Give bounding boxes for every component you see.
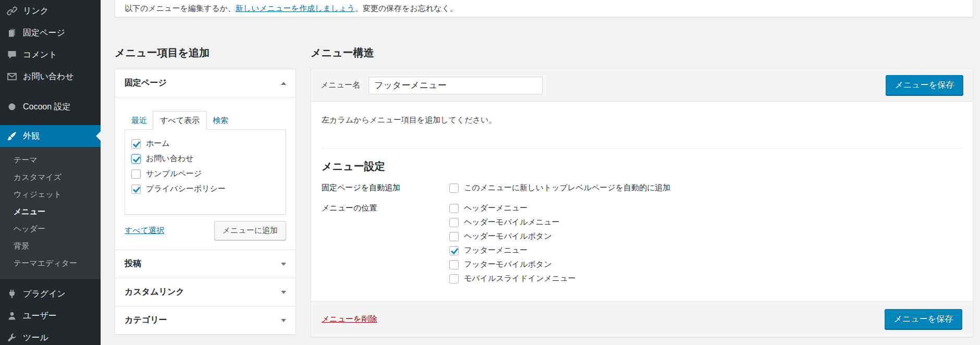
checkbox[interactable] bbox=[449, 246, 459, 255]
sidebar-item-label: 外観 bbox=[23, 131, 40, 142]
checkbox[interactable] bbox=[131, 184, 141, 194]
page-item-label: サンプルページ bbox=[146, 169, 202, 179]
checkbox[interactable] bbox=[449, 183, 459, 193]
add-menu-items-column: メニュー項目を追加 固定ページ 最近 すべて表示 検索 bbox=[115, 17, 296, 335]
menu-name-input[interactable] bbox=[369, 77, 543, 94]
sidebar-item-pages[interactable]: 固定ページ bbox=[0, 22, 101, 44]
submenu-item-header[interactable]: ヘッダー bbox=[0, 220, 101, 238]
menu-panel-content: 左カラムからメニュー項目を追加してください。 メニュー設定 固定ページを自動追加… bbox=[311, 102, 973, 301]
tab-view-all[interactable]: すべて表示 bbox=[153, 111, 207, 130]
save-menu-button-bottom[interactable]: メニューを保存 bbox=[885, 309, 963, 329]
sidebar-spacer bbox=[0, 88, 101, 96]
submenu-item-customize[interactable]: カスタマイズ bbox=[0, 169, 101, 186]
page-item-label: お問い合わせ bbox=[146, 154, 193, 164]
page-item-contact[interactable]: お問い合わせ bbox=[131, 151, 281, 166]
location-option-mobile-slide-in-menu[interactable]: モバイルスライドインメニュー bbox=[449, 272, 576, 286]
brush-icon bbox=[7, 131, 17, 141]
checkbox[interactable] bbox=[131, 139, 141, 149]
sidebar-item-cocoon-settings[interactable]: Cocoon 設定 bbox=[0, 96, 101, 118]
wrench-icon bbox=[7, 332, 17, 343]
edit-menu-notice: 以下のメニューを編集するか、新しいメニューを作成しましょう。変更の保存をお忘れな… bbox=[115, 0, 973, 17]
plugin-icon bbox=[7, 289, 17, 299]
page-item-home[interactable]: ホーム bbox=[131, 136, 281, 151]
sidebar-item-label: 固定ページ bbox=[23, 28, 65, 39]
page-item-label: ホーム bbox=[146, 139, 170, 149]
sidebar-item-appearance[interactable]: 外観 bbox=[0, 125, 101, 147]
pages-section-body: 最近 すべて表示 検索 ホーム お問い合わせ bbox=[115, 97, 296, 250]
custom-links-section-title: カスタムリンク bbox=[125, 287, 185, 298]
submenu-item-widgets[interactable]: ウィジェット bbox=[0, 186, 101, 203]
location-option-footer-menu[interactable]: フッターメニュー bbox=[449, 243, 576, 257]
create-new-menu-link[interactable]: 新しいメニューを作成しましょう bbox=[236, 4, 355, 14]
auto-add-option[interactable]: このメニューに新しいトップレベルページを自動的に追加 bbox=[449, 181, 670, 195]
location-option-label: ヘッダーモバイルボタン bbox=[464, 231, 552, 241]
posts-section-header[interactable]: 投稿 bbox=[115, 250, 296, 278]
sidebar-spacer bbox=[0, 118, 101, 125]
page-item-sample-page[interactable]: サンプルページ bbox=[131, 166, 281, 181]
page-item-privacy-policy[interactable]: プライバシーポリシー bbox=[131, 181, 281, 196]
custom-links-section: カスタムリンク bbox=[115, 278, 296, 306]
sidebar-item-comments[interactable]: コメント bbox=[0, 44, 101, 66]
checkbox[interactable] bbox=[131, 169, 141, 179]
sidebar-item-label: リンク bbox=[23, 6, 48, 17]
sidebar-item-tools[interactable]: ツール bbox=[0, 327, 101, 345]
sidebar-item-plugins[interactable]: プラグイン bbox=[0, 283, 101, 305]
location-option-label: ヘッダーモバイルメニュー bbox=[464, 217, 560, 227]
categories-section-header[interactable]: カテゴリー bbox=[115, 306, 296, 334]
sidebar-item-label: コメント bbox=[23, 50, 57, 60]
link-icon bbox=[7, 6, 17, 16]
circle-icon bbox=[7, 102, 17, 112]
pages-tabs: 最近 すべて表示 検索 bbox=[125, 111, 286, 130]
checkbox[interactable] bbox=[449, 274, 459, 284]
location-option-label: モバイルスライドインメニュー bbox=[464, 274, 576, 284]
chevron-down-icon bbox=[281, 291, 286, 294]
auto-add-option-label: このメニューに新しいトップレベルページを自動的に追加 bbox=[464, 183, 670, 193]
add-items-instruction: 左カラムからメニュー項目を追加してください。 bbox=[322, 115, 962, 125]
add-to-menu-button[interactable]: メニューに追加 bbox=[214, 221, 286, 240]
location-option-footer-mobile-button[interactable]: フッターモバイルボタン bbox=[449, 257, 576, 272]
menu-settings-title: メニュー設定 bbox=[322, 160, 962, 173]
checkbox[interactable] bbox=[449, 232, 459, 241]
delete-menu-link[interactable]: メニューを削除 bbox=[322, 314, 377, 324]
page-item-label: プライバシーポリシー bbox=[146, 184, 226, 194]
sidebar-item-contact[interactable]: お問い合わせ bbox=[0, 66, 101, 88]
menu-locations-row: メニューの位置 ヘッダーメニュー ヘッダーモバイルメニュー bbox=[322, 201, 962, 286]
submenu-item-background[interactable]: 背景 bbox=[0, 238, 101, 255]
user-icon bbox=[7, 311, 17, 321]
tab-search[interactable]: 検索 bbox=[207, 112, 234, 130]
add-menu-items-title: メニュー項目を追加 bbox=[115, 46, 296, 59]
sidebar-item-label: ツール bbox=[23, 332, 48, 343]
submenu-item-themes[interactable]: テーマ bbox=[0, 152, 101, 169]
save-menu-button-top[interactable]: メニューを保存 bbox=[886, 75, 964, 95]
sidebar-item-label: Cocoon 設定 bbox=[23, 102, 71, 113]
posts-section-title: 投稿 bbox=[125, 258, 141, 269]
location-option-label: フッターメニュー bbox=[464, 245, 528, 255]
auto-add-row: 固定ページを自動追加 このメニューに新しいトップレベルページを自動的に追加 bbox=[322, 181, 962, 195]
pages-checklist[interactable]: ホーム お問い合わせ サンプルページ bbox=[125, 129, 286, 215]
location-option-header-mobile-button[interactable]: ヘッダーモバイルボタン bbox=[449, 229, 576, 243]
sidebar-item-users[interactable]: ユーザー bbox=[0, 305, 101, 327]
location-option-label: ヘッダーメニュー bbox=[464, 203, 528, 213]
sidebar-item-links[interactable]: リンク bbox=[0, 0, 101, 22]
categories-section: カテゴリー bbox=[115, 306, 296, 335]
submenu-item-theme-editor[interactable]: テーマエディター bbox=[0, 255, 101, 272]
auto-add-label: 固定ページを自動追加 bbox=[322, 181, 449, 195]
sidebar-item-label: ユーザー bbox=[23, 311, 57, 322]
select-all-link[interactable]: すべて選択 bbox=[125, 226, 164, 236]
pages-section-header[interactable]: 固定ページ bbox=[115, 69, 296, 97]
submenu-item-menus[interactable]: メニュー bbox=[0, 203, 101, 220]
tab-recent[interactable]: 最近 bbox=[126, 112, 153, 130]
menu-locations-label: メニューの位置 bbox=[322, 201, 449, 286]
checkbox[interactable] bbox=[449, 204, 459, 213]
comment-icon bbox=[7, 50, 17, 60]
notice-text-after: 。変更の保存をお忘れなく。 bbox=[355, 4, 458, 14]
chevron-down-icon bbox=[281, 319, 286, 322]
checkbox[interactable] bbox=[449, 260, 459, 269]
custom-links-section-header[interactable]: カスタムリンク bbox=[115, 278, 296, 306]
checkbox[interactable] bbox=[131, 154, 141, 164]
pages-section-title: 固定ページ bbox=[125, 78, 167, 89]
categories-section-title: カテゴリー bbox=[125, 315, 167, 326]
location-option-header-mobile-menu[interactable]: ヘッダーモバイルメニュー bbox=[449, 215, 576, 229]
location-option-header-menu[interactable]: ヘッダーメニュー bbox=[449, 201, 576, 215]
checkbox[interactable] bbox=[449, 218, 459, 227]
